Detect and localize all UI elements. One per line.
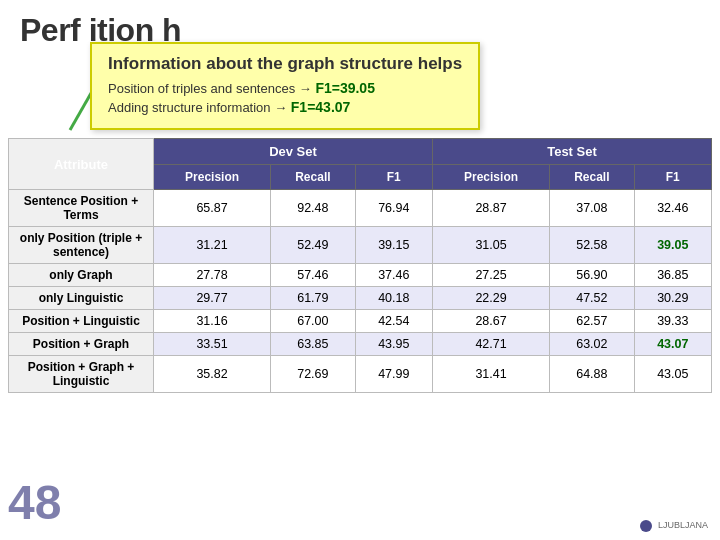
data-cell: 39.33 (634, 310, 711, 333)
table-row: Position + Graph + Linguistic35.8272.694… (9, 356, 712, 393)
data-cell: 52.58 (550, 227, 634, 264)
logo-dot (640, 520, 652, 532)
data-cell: 39.05 (634, 227, 711, 264)
data-cell: 42.54 (355, 310, 432, 333)
logo-text: LJUBLJANA (658, 520, 708, 530)
attr-cell: only Graph (9, 264, 154, 287)
table-row: only Position (triple + sentence)31.2152… (9, 227, 712, 264)
recall1-header: Recall (271, 165, 355, 190)
table-row: only Linguistic29.7761.7940.1822.2947.52… (9, 287, 712, 310)
table-row: Position + Linguistic31.1667.0042.5428.6… (9, 310, 712, 333)
table-row: only Graph27.7857.4637.4627.2556.9036.85 (9, 264, 712, 287)
results-table: Attribute Dev Set Test Set Precision Rec… (8, 138, 712, 393)
data-cell: 42.71 (432, 333, 549, 356)
f1-1-header: F1 (355, 165, 432, 190)
callout-box: Information about the graph structure he… (90, 42, 480, 130)
data-cell: 76.94 (355, 190, 432, 227)
data-cell: 28.87 (432, 190, 549, 227)
data-cell: 67.00 (271, 310, 355, 333)
data-cell: 27.25 (432, 264, 549, 287)
data-cell: 29.77 (154, 287, 271, 310)
setting1-header: Dev Set (154, 139, 433, 165)
data-cell: 32.46 (634, 190, 711, 227)
attr-cell: Position + Graph (9, 333, 154, 356)
attr-cell: only Position (triple + sentence) (9, 227, 154, 264)
data-cell: 36.85 (634, 264, 711, 287)
data-cell: 61.79 (271, 287, 355, 310)
data-cell: 65.87 (154, 190, 271, 227)
data-cell: 22.29 (432, 287, 549, 310)
recall2-header: Recall (550, 165, 634, 190)
data-cell: 56.90 (550, 264, 634, 287)
data-cell: 31.05 (432, 227, 549, 264)
data-cell: 31.16 (154, 310, 271, 333)
data-cell: 72.69 (271, 356, 355, 393)
data-cell: 31.21 (154, 227, 271, 264)
data-cell: 52.49 (271, 227, 355, 264)
data-cell: 43.07 (634, 333, 711, 356)
data-cell: 57.46 (271, 264, 355, 287)
callout-line1: Position of triples and sentences → F1=3… (108, 80, 462, 96)
attr-header: Attribute (9, 139, 154, 190)
callout-line2: Adding structure information → F1=43.07 (108, 99, 462, 115)
data-cell: 37.46 (355, 264, 432, 287)
data-cell: 63.02 (550, 333, 634, 356)
data-cell: 63.85 (271, 333, 355, 356)
attr-cell: Position + Linguistic (9, 310, 154, 333)
callout-title: Information about the graph structure he… (108, 54, 462, 74)
attr-cell: only Linguistic (9, 287, 154, 310)
data-cell: 30.29 (634, 287, 711, 310)
precision2-header: Precision (432, 165, 549, 190)
f1-2-header: F1 (634, 165, 711, 190)
data-cell: 37.08 (550, 190, 634, 227)
table-row: Sentence Position + Terms65.8792.4876.94… (9, 190, 712, 227)
results-table-container: Attribute Dev Set Test Set Precision Rec… (0, 138, 720, 540)
data-cell: 27.78 (154, 264, 271, 287)
table-row: Position + Graph33.5163.8543.9542.7163.0… (9, 333, 712, 356)
data-cell: 64.88 (550, 356, 634, 393)
attr-cell: Sentence Position + Terms (9, 190, 154, 227)
attr-cell: Position + Graph + Linguistic (9, 356, 154, 393)
data-cell: 35.82 (154, 356, 271, 393)
data-cell: 47.52 (550, 287, 634, 310)
data-cell: 39.15 (355, 227, 432, 264)
precision1-header: Precision (154, 165, 271, 190)
slide-number: 48 (8, 475, 61, 530)
setting2-header: Test Set (432, 139, 711, 165)
data-cell: 33.51 (154, 333, 271, 356)
data-cell: 47.99 (355, 356, 432, 393)
data-cell: 28.67 (432, 310, 549, 333)
data-cell: 43.05 (634, 356, 711, 393)
logo-area: LJUBLJANA (640, 520, 708, 532)
data-cell: 31.41 (432, 356, 549, 393)
data-cell: 62.57 (550, 310, 634, 333)
data-cell: 43.95 (355, 333, 432, 356)
data-cell: 92.48 (271, 190, 355, 227)
data-cell: 40.18 (355, 287, 432, 310)
